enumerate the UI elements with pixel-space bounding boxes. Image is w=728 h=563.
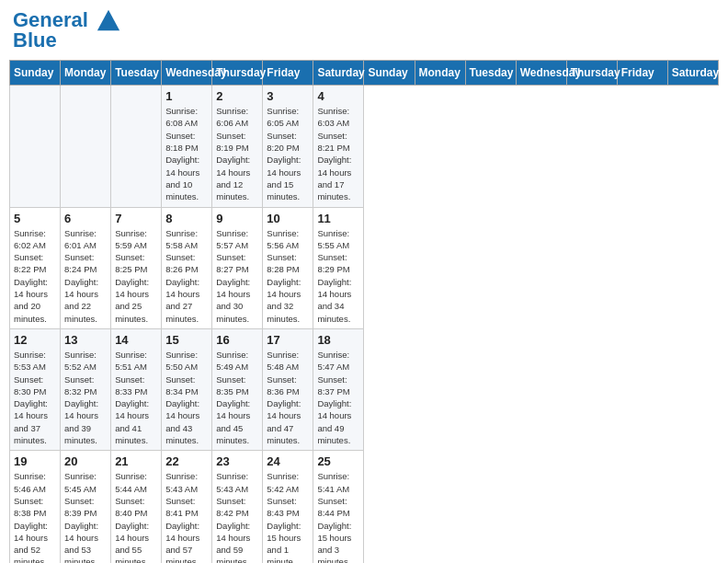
day-info: Sunrise: 5:59 AMSunset: 8:25 PMDaylight:…	[115, 227, 157, 325]
calendar-cell: 14Sunrise: 5:51 AMSunset: 8:33 PMDayligh…	[111, 328, 162, 450]
day-header-wednesday: Wednesday	[162, 61, 212, 86]
day-number: 12	[14, 333, 56, 347]
day-info: Sunrise: 5:56 AMSunset: 8:28 PMDaylight:…	[267, 227, 309, 325]
day-info: Sunrise: 5:47 AMSunset: 8:37 PMDaylight:…	[317, 349, 359, 446]
day-header-saturday: Saturday	[313, 61, 364, 86]
calendar-cell: 20Sunrise: 5:45 AMSunset: 8:39 PMDayligh…	[61, 451, 111, 563]
day-info: Sunrise: 5:42 AMSunset: 8:43 PMDaylight:…	[267, 470, 309, 563]
day-header-thursday: Thursday	[212, 61, 263, 86]
calendar-cell: 4Sunrise: 6:03 AMSunset: 8:21 PMDaylight…	[313, 86, 364, 207]
day-header-monday: Monday	[61, 61, 111, 86]
day-info: Sunrise: 5:46 AMSunset: 8:38 PMDaylight:…	[14, 470, 56, 563]
day-info: Sunrise: 5:58 AMSunset: 8:26 PMDaylight:…	[165, 227, 208, 325]
calendar-table: SundayMondayTuesdayWednesdayThursdayFrid…	[9, 60, 719, 563]
day-info: Sunrise: 6:05 AMSunset: 8:20 PMDaylight:…	[267, 105, 309, 202]
calendar-cell: 24Sunrise: 5:42 AMSunset: 8:43 PMDayligh…	[263, 451, 313, 563]
calendar-cell: 22Sunrise: 5:43 AMSunset: 8:41 PMDayligh…	[162, 451, 212, 563]
day-number: 4	[317, 89, 359, 103]
calendar-cell: 23Sunrise: 5:43 AMSunset: 8:42 PMDayligh…	[212, 451, 263, 563]
page-header: General Blue	[9, 9, 719, 52]
day-number: 9	[216, 212, 258, 225]
day-number: 1	[165, 89, 208, 103]
day-number: 5	[14, 212, 56, 225]
day-info: Sunrise: 6:06 AMSunset: 8:19 PMDaylight:…	[216, 105, 258, 202]
svg-marker-0	[97, 10, 119, 30]
calendar-week-3: 12Sunrise: 5:53 AMSunset: 8:30 PMDayligh…	[10, 328, 719, 450]
day-number: 25	[317, 454, 359, 468]
col-header-saturday: Saturday	[667, 61, 718, 86]
day-number: 23	[216, 454, 258, 468]
day-info: Sunrise: 5:51 AMSunset: 8:33 PMDaylight:…	[115, 349, 157, 446]
day-number: 16	[216, 333, 258, 347]
calendar-cell: 13Sunrise: 5:52 AMSunset: 8:32 PMDayligh…	[61, 328, 111, 450]
day-number: 10	[267, 212, 309, 225]
day-info: Sunrise: 5:41 AMSunset: 8:44 PMDaylight:…	[317, 470, 359, 563]
day-number: 11	[317, 212, 359, 225]
day-number: 7	[115, 212, 157, 225]
calendar-cell: 25Sunrise: 5:41 AMSunset: 8:44 PMDayligh…	[313, 451, 364, 563]
calendar-cell: 21Sunrise: 5:44 AMSunset: 8:40 PMDayligh…	[111, 451, 162, 563]
day-info: Sunrise: 6:01 AMSunset: 8:24 PMDaylight:…	[64, 227, 107, 325]
day-header-sunday: Sunday	[10, 61, 61, 86]
day-header-friday: Friday	[263, 61, 313, 86]
day-number: 17	[267, 333, 309, 347]
logo: General Blue	[13, 9, 121, 52]
day-info: Sunrise: 5:50 AMSunset: 8:34 PMDaylight:…	[165, 349, 208, 446]
col-header-sunday: Sunday	[364, 61, 415, 86]
calendar-cell: 18Sunrise: 5:47 AMSunset: 8:37 PMDayligh…	[313, 328, 364, 450]
calendar-cell: 7Sunrise: 5:59 AMSunset: 8:25 PMDaylight…	[111, 207, 162, 328]
calendar-header-row: SundayMondayTuesdayWednesdayThursdayFrid…	[10, 61, 719, 86]
calendar-week-4: 19Sunrise: 5:46 AMSunset: 8:38 PMDayligh…	[10, 451, 719, 563]
day-info: Sunrise: 5:43 AMSunset: 8:42 PMDaylight:…	[216, 470, 258, 563]
day-number: 6	[64, 212, 107, 225]
day-number: 15	[165, 333, 208, 347]
day-info: Sunrise: 5:57 AMSunset: 8:27 PMDaylight:…	[216, 227, 258, 325]
calendar-cell: 5Sunrise: 6:02 AMSunset: 8:22 PMDaylight…	[10, 207, 61, 328]
day-number: 21	[115, 454, 157, 468]
calendar-cell: 6Sunrise: 6:01 AMSunset: 8:24 PMDaylight…	[61, 207, 111, 328]
day-info: Sunrise: 5:45 AMSunset: 8:39 PMDaylight:…	[64, 470, 107, 563]
day-info: Sunrise: 6:03 AMSunset: 8:21 PMDaylight:…	[317, 105, 359, 202]
calendar-cell: 9Sunrise: 5:57 AMSunset: 8:27 PMDaylight…	[212, 207, 263, 328]
day-info: Sunrise: 5:53 AMSunset: 8:30 PMDaylight:…	[14, 349, 56, 446]
col-header-thursday: Thursday	[566, 61, 617, 86]
day-info: Sunrise: 5:55 AMSunset: 8:29 PMDaylight:…	[317, 227, 359, 325]
calendar-cell: 2Sunrise: 6:06 AMSunset: 8:19 PMDaylight…	[212, 86, 263, 207]
day-info: Sunrise: 5:43 AMSunset: 8:41 PMDaylight:…	[165, 470, 208, 563]
col-header-monday: Monday	[415, 61, 465, 86]
calendar-cell: 15Sunrise: 5:50 AMSunset: 8:34 PMDayligh…	[162, 328, 212, 450]
day-number: 14	[115, 333, 157, 347]
calendar-cell: 3Sunrise: 6:05 AMSunset: 8:20 PMDaylight…	[263, 86, 313, 207]
calendar-cell: 12Sunrise: 5:53 AMSunset: 8:30 PMDayligh…	[10, 328, 61, 450]
calendar-cell: 8Sunrise: 5:58 AMSunset: 8:26 PMDaylight…	[162, 207, 212, 328]
day-info: Sunrise: 6:02 AMSunset: 8:22 PMDaylight:…	[14, 227, 56, 325]
day-number: 19	[14, 454, 56, 468]
day-number: 20	[64, 454, 107, 468]
col-header-wednesday: Wednesday	[516, 61, 566, 86]
logo-icon	[96, 6, 121, 32]
day-info: Sunrise: 5:49 AMSunset: 8:35 PMDaylight:…	[216, 349, 258, 446]
day-number: 24	[267, 454, 309, 468]
calendar-cell: 10Sunrise: 5:56 AMSunset: 8:28 PMDayligh…	[263, 207, 313, 328]
day-info: Sunrise: 5:52 AMSunset: 8:32 PMDaylight:…	[64, 349, 107, 446]
calendar-cell	[61, 86, 111, 207]
day-header-tuesday: Tuesday	[111, 61, 162, 86]
day-number: 3	[267, 89, 309, 103]
col-header-friday: Friday	[617, 61, 667, 86]
calendar-cell: 17Sunrise: 5:48 AMSunset: 8:36 PMDayligh…	[263, 328, 313, 450]
col-header-tuesday: Tuesday	[465, 61, 516, 86]
calendar-cell: 1Sunrise: 6:08 AMSunset: 8:18 PMDaylight…	[162, 86, 212, 207]
day-info: Sunrise: 5:44 AMSunset: 8:40 PMDaylight:…	[115, 470, 157, 563]
day-number: 22	[165, 454, 208, 468]
calendar-cell: 11Sunrise: 5:55 AMSunset: 8:29 PMDayligh…	[313, 207, 364, 328]
calendar-cell	[10, 86, 61, 207]
calendar-cell	[111, 86, 162, 207]
day-number: 2	[216, 89, 258, 103]
day-info: Sunrise: 5:48 AMSunset: 8:36 PMDaylight:…	[267, 349, 309, 446]
calendar-cell: 19Sunrise: 5:46 AMSunset: 8:38 PMDayligh…	[10, 451, 61, 563]
calendar-cell: 16Sunrise: 5:49 AMSunset: 8:35 PMDayligh…	[212, 328, 263, 450]
calendar-week-2: 5Sunrise: 6:02 AMSunset: 8:22 PMDaylight…	[10, 207, 719, 328]
day-info: Sunrise: 6:08 AMSunset: 8:18 PMDaylight:…	[165, 105, 208, 202]
day-number: 8	[165, 212, 208, 225]
day-number: 13	[64, 333, 107, 347]
